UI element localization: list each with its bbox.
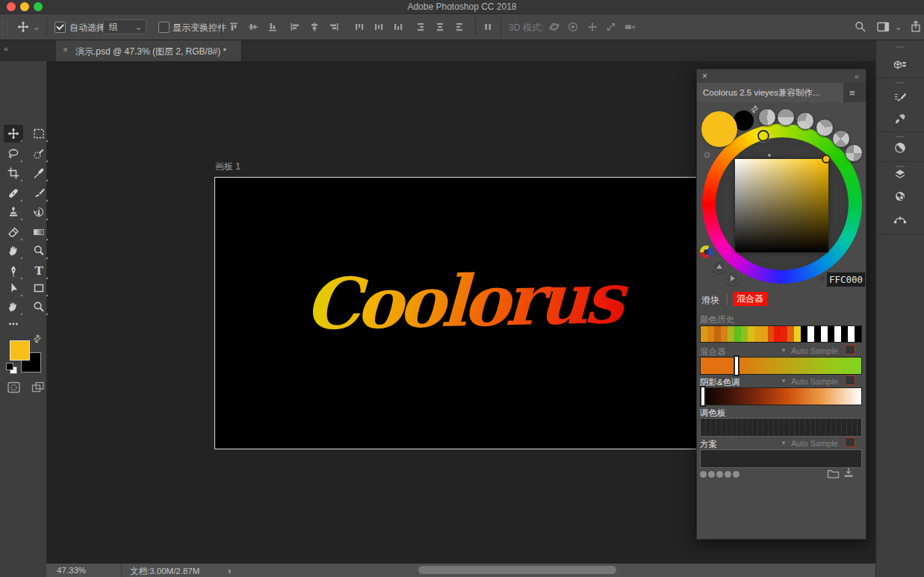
history-swatch[interactable] xyxy=(781,326,787,342)
crop-tool[interactable] xyxy=(4,164,23,182)
zoom-tool[interactable] xyxy=(29,298,49,316)
coolorus-panel-tab[interactable]: Coolorus 2.5 vieyes兼容制作... xyxy=(697,83,843,102)
paths-panel-icon[interactable] xyxy=(891,210,909,228)
search-icon[interactable] xyxy=(855,21,866,33)
dock-group-handle[interactable] xyxy=(896,82,905,84)
move-tool[interactable] xyxy=(4,125,23,143)
history-brush-tool[interactable] xyxy=(29,203,49,221)
workspace-switcher-icon[interactable] xyxy=(877,22,890,32)
sv-marker[interactable] xyxy=(822,155,831,163)
3d-roll-icon[interactable] xyxy=(568,22,578,32)
mixer-auto-sample-checkbox[interactable] xyxy=(845,345,855,355)
default-foreground-mini-swatch[interactable] xyxy=(6,363,13,370)
history-swatch[interactable] xyxy=(741,326,748,342)
brightness-icon[interactable]: ☼ xyxy=(702,147,713,160)
shape-tool[interactable] xyxy=(29,279,49,297)
close-panel-icon[interactable]: × xyxy=(702,71,707,81)
healing-brush-tool[interactable] xyxy=(4,184,23,202)
rotate-up-button[interactable] xyxy=(712,259,726,273)
play-button[interactable] xyxy=(725,271,739,285)
history-swatch[interactable] xyxy=(814,326,821,342)
share-icon[interactable] xyxy=(910,20,922,33)
import-download-icon[interactable] xyxy=(843,467,855,479)
history-swatch[interactable] xyxy=(794,326,801,342)
lasso-tool[interactable] xyxy=(4,145,23,163)
panel-foreground-color[interactable] xyxy=(701,111,737,147)
scheme-dropdown-icon[interactable]: ▼ xyxy=(781,440,787,446)
history-swatch[interactable] xyxy=(707,326,714,342)
distribute-top-edges-button[interactable] xyxy=(354,22,365,32)
history-swatch[interactable] xyxy=(774,326,781,342)
tool-preset-chevron-icon[interactable]: ⌄ xyxy=(33,23,40,31)
panel-menu-icon[interactable]: ≡ xyxy=(849,87,855,99)
scheme-dot[interactable] xyxy=(716,471,723,478)
options-bar-grip[interactable] xyxy=(2,19,7,35)
mixer-dropdown-icon[interactable]: ▼ xyxy=(781,347,787,354)
hand-tool[interactable] xyxy=(4,298,23,316)
history-swatch[interactable] xyxy=(721,326,728,342)
distribute-bottom-edges-button[interactable] xyxy=(393,22,403,32)
shadow-auto-sample-checkbox[interactable] xyxy=(845,375,855,385)
dock-group-handle[interactable] xyxy=(896,136,905,137)
layers-panel-icon[interactable] xyxy=(891,166,909,184)
history-swatch[interactable] xyxy=(701,326,707,342)
screen-mode-button[interactable] xyxy=(31,381,45,393)
type-tool[interactable]: T xyxy=(29,262,49,280)
history-swatch[interactable] xyxy=(734,326,741,342)
shadow-dropdown-icon[interactable]: ▼ xyxy=(781,378,787,384)
eraser-tool[interactable] xyxy=(4,223,23,241)
harmony-complement-knob[interactable] xyxy=(777,108,795,126)
scheme-dot[interactable] xyxy=(700,471,707,478)
quick-mask-button[interactable] xyxy=(7,381,21,393)
history-swatch[interactable] xyxy=(801,326,807,342)
pen-tool[interactable] xyxy=(4,262,23,280)
3d-panel-icon[interactable] xyxy=(891,57,909,75)
align-vertical-centers-button[interactable] xyxy=(248,22,258,32)
align-right-edges-button[interactable] xyxy=(329,22,339,32)
scheme-auto-sample-checkbox[interactable] xyxy=(845,437,855,447)
scheme-dot[interactable] xyxy=(733,471,739,478)
auto-select-checkbox[interactable] xyxy=(55,22,66,33)
history-swatch[interactable] xyxy=(787,326,794,342)
history-swatch[interactable] xyxy=(754,326,761,342)
artboard-label[interactable]: 画板 1 xyxy=(215,160,241,173)
distribute-right-edges-button[interactable] xyxy=(454,22,465,32)
swap-colors-icon[interactable]: ⇄ xyxy=(30,331,43,346)
clone-stamp-tool[interactable] xyxy=(4,203,23,221)
tab-slider[interactable]: 滑块 xyxy=(701,294,719,307)
eyedropper-tool[interactable] xyxy=(29,164,49,182)
harmony-triad-knob[interactable] xyxy=(816,119,834,137)
history-swatch[interactable] xyxy=(761,326,768,342)
palette-strip[interactable] xyxy=(700,418,862,437)
align-horizontal-centers-button[interactable] xyxy=(309,22,320,32)
color-history-strip[interactable] xyxy=(700,325,862,343)
brushes-panel-icon[interactable] xyxy=(891,110,909,128)
distribute-left-edges-button[interactable] xyxy=(415,22,426,32)
3d-orbit-icon[interactable] xyxy=(549,22,559,32)
mixer-gradient-strip[interactable] xyxy=(700,357,862,375)
dock-group-handle[interactable] xyxy=(896,46,905,48)
history-swatch[interactable] xyxy=(807,326,814,342)
show-transform-checkbox[interactable] xyxy=(158,22,170,33)
auto-select-dropdown[interactable]: 组 ⌄ xyxy=(103,19,146,34)
status-chevron-icon[interactable]: › xyxy=(228,565,231,576)
history-swatch[interactable] xyxy=(768,326,775,342)
history-swatch[interactable] xyxy=(841,326,848,342)
align-left-edges-button[interactable] xyxy=(290,22,300,32)
zoom-level-field[interactable]: 47.33% xyxy=(57,566,86,575)
marquee-tool[interactable] xyxy=(29,125,49,143)
saturation-value-square[interactable] xyxy=(735,159,828,252)
history-swatch[interactable] xyxy=(828,326,834,342)
scheme-dot[interactable] xyxy=(708,471,715,478)
smudge-tool[interactable] xyxy=(4,242,23,260)
quick-selection-tool[interactable] xyxy=(29,145,49,163)
collapse-panel-icon[interactable]: « xyxy=(855,72,859,81)
foreground-color-swatch[interactable] xyxy=(10,340,30,361)
horizontal-scrollbar[interactable] xyxy=(418,566,616,574)
scheme-box[interactable] xyxy=(700,449,862,468)
channels-panel-icon[interactable] xyxy=(891,187,909,205)
collapse-tools-icon[interactable]: « xyxy=(4,44,8,53)
mixer-slider-handle[interactable] xyxy=(734,355,739,376)
path-selection-tool[interactable] xyxy=(4,279,23,297)
shadow-slider-handle[interactable] xyxy=(700,386,706,407)
